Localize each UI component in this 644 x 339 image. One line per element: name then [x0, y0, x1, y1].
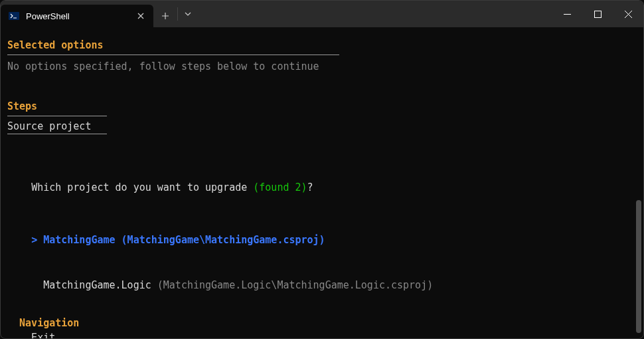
- prompt-line: Which project do you want to upgrade (fo…: [7, 165, 637, 210]
- section-divider: [7, 55, 339, 55]
- window-titlebar: PowerShell: [1, 1, 643, 27]
- menu-option-exit[interactable]: Exit: [7, 330, 637, 339]
- scrollbar[interactable]: [636, 27, 641, 338]
- selected-options-heading: Selected options: [7, 38, 637, 55]
- menu-option[interactable]: MatchingGame.Logic (MatchingGame.Logic\M…: [7, 263, 637, 308]
- section-divider: [7, 134, 107, 134]
- powershell-icon: [9, 11, 19, 21]
- selected-options-body: No options specified, follow steps below…: [7, 59, 637, 74]
- svg-rect-3: [594, 11, 601, 17]
- navigation-heading: Navigation: [7, 316, 637, 331]
- maximize-button[interactable]: [582, 1, 613, 27]
- window-controls: [552, 1, 643, 27]
- tab-dropdown-button[interactable]: [177, 7, 197, 21]
- tab-title: PowerShell: [26, 11, 129, 21]
- tab-powershell[interactable]: PowerShell: [1, 5, 153, 27]
- prompt-suffix: ?: [307, 181, 313, 193]
- section-divider: [7, 116, 107, 116]
- option-path: (MatchingGame.Logic\MatchingGame.Logic.c…: [157, 279, 433, 291]
- tab-close-icon[interactable]: [135, 10, 147, 22]
- svg-rect-0: [9, 12, 19, 20]
- terminal-content[interactable]: Selected options No options specified, f…: [1, 27, 643, 338]
- cursor-indicator: >: [31, 234, 43, 246]
- prompt-count: (found 2): [253, 181, 307, 193]
- menu-option-selected[interactable]: > MatchingGame (MatchingGame\MatchingGam…: [7, 218, 637, 263]
- option-indent: [31, 279, 43, 291]
- scrollbar-thumb[interactable]: [636, 200, 641, 333]
- new-tab-button[interactable]: [153, 5, 177, 27]
- steps-heading: Steps: [7, 99, 637, 116]
- titlebar-drag-area[interactable]: [197, 1, 552, 27]
- option-name: MatchingGame.Logic: [43, 279, 157, 291]
- option-name: MatchingGame: [43, 234, 121, 246]
- steps-body: Source project: [7, 119, 637, 134]
- option-path: (MatchingGame\MatchingGame.csproj): [121, 234, 325, 246]
- prompt-text: Which project do you want to upgrade: [31, 181, 253, 193]
- minimize-button[interactable]: [552, 1, 582, 27]
- close-button[interactable]: [613, 1, 643, 27]
